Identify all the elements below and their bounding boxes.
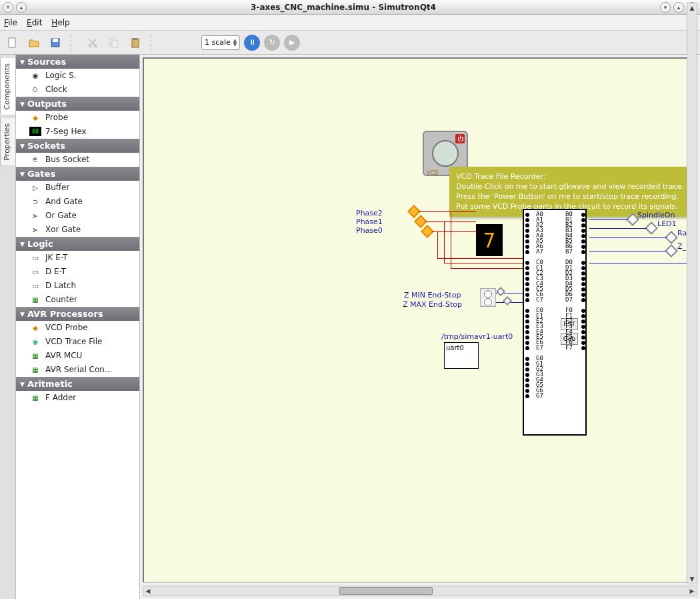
tab-properties[interactable]: Properties xyxy=(0,117,15,167)
window-titlebar: ✕ ▴ 3-axes_CNC_machine.simu - SimutronQt… xyxy=(0,0,700,15)
fadder-icon: ▦ xyxy=(29,393,41,402)
menu-edit[interactable]: Edit xyxy=(27,18,42,27)
sevenseg-icon: 88 xyxy=(29,127,41,136)
and-icon: ⊃ xyxy=(29,197,41,206)
pause-button[interactable]: ⏸ xyxy=(244,35,260,51)
jk-icon: ▭ xyxy=(29,253,41,262)
paste-button[interactable] xyxy=(127,34,144,51)
cat-arith[interactable]: ▼Aritmetic xyxy=(16,377,139,391)
svg-rect-7 xyxy=(112,41,117,47)
probe-rampclock[interactable] xyxy=(665,231,678,244)
endstop-out1[interactable] xyxy=(496,287,505,296)
cat-gates[interactable]: ▼Gates xyxy=(16,167,139,181)
maximize-button[interactable]: ▴ xyxy=(673,2,684,13)
item-vcd-probe[interactable]: ◆VCD Probe xyxy=(16,321,139,335)
tab-components[interactable]: Components xyxy=(0,57,15,116)
label-zmin-endstop: Z MIN End-Stop xyxy=(404,291,461,300)
cut-button[interactable] xyxy=(84,34,101,51)
cat-sockets[interactable]: ▼Sockets xyxy=(16,139,139,153)
endstop-out2[interactable] xyxy=(503,296,512,306)
label-phase0: Phase0 xyxy=(356,226,383,235)
window-pin-icon[interactable]: ▴ xyxy=(16,2,27,13)
label-phase1: Phase1 xyxy=(356,217,383,226)
vcdprobe-icon: ◆ xyxy=(29,323,41,332)
label-zmax-endstop: Z MAX End-Stop xyxy=(403,300,462,309)
vertical-scrollbar[interactable]: ▲▼ xyxy=(687,55,697,584)
copy-button[interactable] xyxy=(105,34,123,51)
item-clock[interactable]: ⏲Clock xyxy=(16,83,139,97)
new-file-button[interactable] xyxy=(4,34,21,51)
uart-path-label: /tmp/simavr1-uart0 xyxy=(441,332,513,341)
save-file-button[interactable] xyxy=(47,34,64,51)
cat-avr[interactable]: ▼AVR Processors xyxy=(16,307,139,321)
det-icon: ▭ xyxy=(29,267,41,276)
item-or-gate[interactable]: ⪢Or Gate xyxy=(16,209,139,223)
or-icon: ⪢ xyxy=(29,211,41,220)
mcu-icon: ▦ xyxy=(29,351,41,360)
step-button[interactable]: ↻ xyxy=(264,35,280,51)
component-tree: ▼Sources ◉Logic S. ⏲Clock ▼Outputs ◆Prob… xyxy=(16,55,140,599)
probe-icon: ◆ xyxy=(29,113,41,122)
item-logic-s[interactable]: ◉Logic S. xyxy=(16,69,139,83)
item-buffer[interactable]: ▷Buffer xyxy=(16,181,139,195)
xor-icon: ⪢ xyxy=(29,225,41,234)
side-tabs: Components Properties xyxy=(0,55,16,599)
play-button[interactable]: ▶ xyxy=(284,35,300,51)
item-det[interactable]: ▭D E-T xyxy=(16,265,139,279)
circuit-canvas[interactable]: ⏻ VCD VCD Trace File Recorder: Double-Cl… xyxy=(143,57,697,583)
label-phase2: Phase2 xyxy=(356,209,383,217)
item-and-gate[interactable]: ⊃And Gate xyxy=(16,195,139,209)
menu-help[interactable]: Help xyxy=(51,18,69,27)
probe-led1[interactable] xyxy=(645,221,658,235)
label-spindleon: SpindleOn xyxy=(637,211,675,219)
svg-rect-9 xyxy=(133,38,137,40)
counter-icon: ▦ xyxy=(29,295,41,304)
vcd-label: VCD xyxy=(427,170,438,176)
serial-icon: ▦ xyxy=(29,365,41,374)
toolbar: 1 scale ▲▼ ⏸ ↻ ▶ xyxy=(0,31,700,55)
item-jk[interactable]: ▭JK E-T xyxy=(16,251,139,265)
scale-label: 1 scale xyxy=(205,38,231,47)
minimize-button[interactable]: ▾ xyxy=(660,2,671,13)
clock-icon: ⏲ xyxy=(29,85,41,94)
menubar: File Edit Help xyxy=(0,15,700,31)
window-title: 3-axes_CNC_machine.simu - SimutronQt4 xyxy=(27,3,660,12)
item-probe[interactable]: ◆Probe xyxy=(16,111,139,125)
scale-spinner[interactable]: 1 scale ▲▼ xyxy=(201,35,240,50)
item-xor-gate[interactable]: ⪢Xor Gate xyxy=(16,223,139,237)
item-vcd-trace[interactable]: ◉VCD Trace File xyxy=(16,335,139,349)
item-7seg[interactable]: 887-Seg Hex xyxy=(16,125,139,139)
uart-box[interactable]: uart0 xyxy=(444,342,479,369)
logic-s-icon: ◉ xyxy=(29,71,41,80)
dlatch-icon: ▭ xyxy=(29,281,41,290)
menu-file[interactable]: File xyxy=(4,18,17,27)
vcdtrace-icon: ◉ xyxy=(29,337,41,346)
horizontal-scrollbar[interactable]: ◀▶ xyxy=(143,586,697,596)
open-file-button[interactable] xyxy=(25,34,43,51)
item-avr-serial[interactable]: ▦AVR Serial Con... xyxy=(16,363,139,377)
cat-sources[interactable]: ▼Sources xyxy=(16,55,139,69)
sevenseg-display[interactable]: 7 xyxy=(476,224,503,256)
item-bus-socket[interactable]: ⚟Bus Socket xyxy=(16,153,139,167)
socket-icon: ⚟ xyxy=(29,155,41,164)
avr-mcu-chip[interactable]: RST Gdb xyxy=(523,209,587,436)
item-avr-mcu[interactable]: ▦AVR MCU xyxy=(16,349,139,363)
app-menu-icon[interactable]: ✕ xyxy=(3,2,13,13)
cat-logic[interactable]: ▼Logic xyxy=(16,237,139,251)
svg-rect-3 xyxy=(53,39,58,42)
cat-outputs[interactable]: ▼Outputs xyxy=(16,97,139,111)
vcd-power-button[interactable]: ⏻ xyxy=(455,134,465,143)
item-counter[interactable]: ▦Counter xyxy=(16,293,139,307)
zmin-endstop-switch[interactable] xyxy=(480,288,496,307)
item-fadder[interactable]: ▦F Adder xyxy=(16,391,139,405)
probe-zminhit[interactable] xyxy=(665,244,678,257)
scope-icon xyxy=(432,140,459,167)
item-dlatch[interactable]: ▭D Latch xyxy=(16,279,139,293)
buffer-icon: ▷ xyxy=(29,183,41,192)
label-led1: LED1 xyxy=(657,219,677,228)
